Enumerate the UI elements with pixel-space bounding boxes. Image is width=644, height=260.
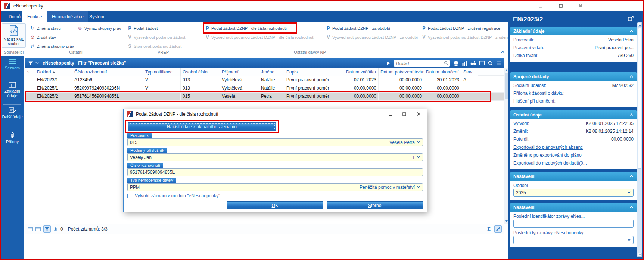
- chevron-down-icon[interactable]: [35, 62, 39, 64]
- section-ostatni-udaje: Ostatní údaje Vytvořil:K2 08.01.2025 12:…: [510, 110, 637, 169]
- binoculars-icon[interactable]: [470, 61, 476, 65]
- posledni-identifikator-input[interactable]: [513, 220, 634, 228]
- ribbon-item-podat-dznp-zruseni-registrace[interactable]: P Podat žádost DZNP - zrušení registrace: [422, 24, 500, 32]
- ribbon-item-zmena-stavu[interactable]: ↻ Změna stavu: [30, 24, 61, 32]
- column-header[interactable]: Datum potvrzení trvání: [379, 68, 424, 76]
- ribbon-item-vymaz-skupiny-prav[interactable]: ⊗ Výmaz skupiny práv: [77, 24, 121, 32]
- detail-view-icon[interactable]: [28, 227, 33, 231]
- edit-toggle-button[interactable]: [494, 225, 502, 233]
- table-row-selected[interactable]: EN/2025/2 95176145690094855L 015 Veselá …: [25, 93, 504, 101]
- ribbon-item-zmena-skupiny-prav[interactable]: ⇄ Změna skupiny práv: [30, 42, 74, 50]
- column-header[interactable]: Datum začátku: [344, 68, 379, 76]
- section-header[interactable]: Nastavení: [510, 203, 637, 212]
- group-caption-ostatni: Ostatní: [27, 50, 125, 54]
- open-in-window-icon[interactable]: [628, 16, 634, 21]
- export-link[interactable]: Exportoval do plánovaných absenc: [510, 144, 637, 151]
- table-row[interactable]: EN/2023/1 A123456 V 013 Vyletělová Natál…: [25, 76, 504, 84]
- dropdown-chevron-icon[interactable]: [417, 141, 420, 144]
- row-filler: [478, 84, 504, 93]
- split-view-icon[interactable]: [35, 227, 41, 231]
- storno-button[interactable]: Storno: [327, 201, 423, 209]
- form-pencil-icon: [1, 107, 24, 113]
- maximize-icon[interactable]: [402, 112, 406, 116]
- close-icon[interactable]: [417, 112, 421, 116]
- pracovnik-input[interactable]: 015 Veselá Petra: [127, 138, 423, 146]
- obdobi-input[interactable]: 2025: [513, 189, 634, 197]
- group-separator: [27, 24, 27, 54]
- table-cell: 02.01.2023: [344, 76, 379, 84]
- scrollbar-thumb[interactable]: [505, 73, 508, 99]
- ok-button[interactable]: OK: [227, 201, 323, 209]
- section-header[interactable]: Nastavení: [510, 172, 637, 181]
- app-title: eNeschopenky: [13, 3, 43, 9]
- search-input[interactable]: [394, 60, 450, 67]
- sidebar-item-seznam[interactable]: Seznam: [1, 59, 24, 71]
- tab-funkce[interactable]: Funkce: [22, 11, 47, 22]
- export-link[interactable]: Změněno po exportování do pláno: [510, 151, 637, 159]
- scroll-up-icon[interactable]: [505, 69, 508, 71]
- dropdown-chevron-icon[interactable]: [417, 156, 420, 159]
- column-header[interactable]: Popis: [284, 68, 344, 76]
- scroll-down-button[interactable]: [638, 253, 642, 257]
- play-icon[interactable]: [387, 61, 391, 65]
- grid-scrollbar[interactable]: [504, 68, 508, 224]
- ribbon-item-podat-dznp-za-obdobi[interactable]: P Podat žádost DZNP - za období: [326, 24, 390, 32]
- dropdown-chevron-icon[interactable]: [417, 186, 420, 188]
- table-cell: 95176145690094855L: [72, 93, 143, 101]
- section-header[interactable]: Spojené doklady: [510, 72, 637, 81]
- load-current-record-button[interactable]: Načíst údaje z aktuálního záznamu: [128, 122, 276, 131]
- panel-scrollbar[interactable]: [637, 22, 642, 257]
- dropdown-chevron-icon[interactable]: [627, 191, 631, 194]
- export-link[interactable]: Exportoval do mzdových dokladů(0...: [510, 159, 637, 167]
- minimize-icon[interactable]: [388, 112, 392, 116]
- section-header[interactable]: Základní údaje: [510, 27, 637, 35]
- collapse-ribbon-button[interactable]: [501, 51, 505, 53]
- dialog-title: Podat žádost DZNP - dle čísla rozhodnutí: [136, 112, 218, 117]
- ribbon-item-podat-dznp-cislo-rozhodnuti[interactable]: P Podat žádost DZNP - dle čísla rozhodnu…: [205, 24, 287, 32]
- tab-system[interactable]: Systém: [84, 11, 109, 22]
- column-header[interactable]: Datum ukončení: [424, 68, 461, 76]
- menu-icon[interactable]: [496, 61, 501, 65]
- print-icon[interactable]: [453, 61, 459, 66]
- column-header[interactable]: Stav: [461, 68, 478, 76]
- minimize-button[interactable]: [532, 1, 550, 11]
- filter-funnel-icon[interactable]: [28, 61, 33, 66]
- sidebar-item-zakladni-udaje[interactable]: Základní údaje: [1, 82, 24, 98]
- columns-icon[interactable]: [479, 61, 485, 65]
- zoom-settings-icon[interactable]: [488, 61, 493, 66]
- column-header[interactable]: Jméno: [259, 68, 284, 76]
- column-header[interactable]: Příjmení: [220, 68, 259, 76]
- column-header-sorted[interactable]: Doklad: [35, 68, 72, 76]
- maximize-button[interactable]: [552, 1, 569, 11]
- scroll-down-icon[interactable]: [505, 220, 508, 222]
- scrollbar-thumb[interactable]: [638, 28, 641, 169]
- refresh-asterisk-icon[interactable]: [53, 227, 58, 231]
- checkbox[interactable]: [127, 194, 132, 198]
- ribbon-item-zrusit-stav[interactable]: ⊘ Zrušit stav: [30, 33, 56, 41]
- column-header[interactable]: Typ notifikace: [143, 68, 181, 76]
- filter-toggle-button[interactable]: [43, 225, 51, 233]
- rodinny-prislusnik-input[interactable]: Veselý Jan 1: [127, 153, 423, 161]
- sum-icon[interactable]: Σ: [487, 226, 491, 232]
- ribbon-item-podat-zadost[interactable]: P Podat žádost: [128, 24, 158, 32]
- chart-icon[interactable]: [462, 61, 467, 66]
- sidebar-item-dalsi-udaje[interactable]: Další údaje: [1, 107, 24, 119]
- sidebar-item-prilohy[interactable]: Přílohy: [1, 132, 24, 144]
- table-cell: V: [143, 76, 181, 84]
- dropdown-chevron-icon[interactable]: [627, 239, 631, 241]
- column-header[interactable]: Osobní číslo: [181, 68, 220, 76]
- table-row[interactable]: EN/2025/1 95209979240930236N V 013 Vylet…: [25, 84, 504, 93]
- table-cell: Petra: [259, 93, 284, 101]
- paperclip-icon: [1, 132, 24, 138]
- column-header[interactable]: s: [25, 68, 35, 76]
- scroll-up-button[interactable]: [638, 23, 642, 27]
- section-header[interactable]: Ostatní údaje: [510, 110, 637, 119]
- tab-hromadne-akce[interactable]: Hromadné akce: [47, 11, 88, 22]
- close-button[interactable]: [572, 1, 589, 11]
- load-xml-button[interactable]: Načíst XML soubor: [2, 23, 26, 48]
- typ-davky-input[interactable]: PPM Peněžitá pomoc v mateřství: [127, 183, 423, 191]
- column-header[interactable]: Číslo rozhodnutí: [72, 68, 143, 76]
- cislo-rozhodnuti-input[interactable]: 95176145690094855L: [127, 168, 423, 176]
- ribbon-item-vyzvednout-dznp-za-obdobi: V Vyzvednout podanou žádost DZNP - za ob…: [326, 33, 418, 41]
- posledni-typ-zpravy-input[interactable]: [513, 236, 634, 244]
